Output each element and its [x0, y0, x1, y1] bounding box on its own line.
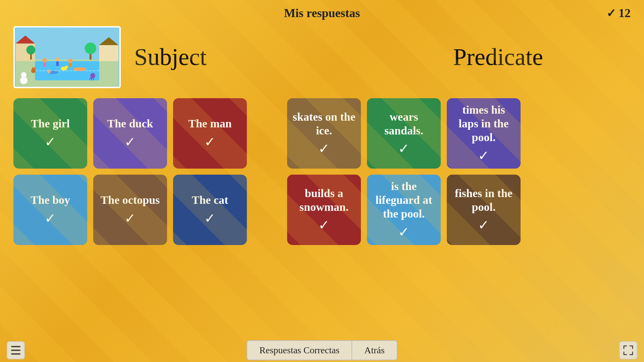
svg-point-14 [55, 57, 60, 61]
predicate-card-text-5: fishes in the pool. [452, 187, 515, 214]
svg-point-32 [47, 69, 51, 73]
subject-card-4[interactable]: The octopus ✓ [93, 175, 167, 245]
svg-point-20 [73, 67, 86, 71]
predicate-card-check-2: ✓ [478, 148, 489, 164]
header: Mis respuestas ✓ 12 [0, 0, 644, 26]
svg-point-19 [21, 72, 26, 78]
subject-cards-grid: The girl ✓ The duck ✓ The man ✓ The boy … [13, 98, 247, 245]
predicate-card-text-3: builds a snowman. [292, 187, 356, 214]
subject-card-check-2: ✓ [204, 134, 216, 150]
predicate-card-check-1: ✓ [398, 141, 410, 157]
predicate-card-2[interactable]: times his laps in the pool. ✓ [447, 98, 521, 169]
svg-rect-13 [43, 62, 46, 67]
top-section: Subject Predicate [13, 26, 631, 88]
svg-point-28 [31, 68, 36, 73]
subject-card-check-4: ✓ [124, 210, 136, 226]
menu-line-1 [11, 346, 20, 347]
subject-card-text-0: The girl [31, 117, 70, 131]
svg-point-16 [68, 59, 72, 63]
bottom-bar: Respuestas Correctas Atrás [0, 339, 644, 362]
svg-point-9 [85, 43, 96, 54]
subject-card-text-2: The man [188, 117, 231, 131]
subject-card-1[interactable]: The duck ✓ [93, 98, 167, 169]
subject-card-check-5: ✓ [204, 210, 216, 226]
predicate-card-check-5: ✓ [478, 217, 489, 233]
subject-card-check-0: ✓ [45, 134, 56, 150]
predicate-label: Predicate [366, 43, 631, 71]
predicate-card-5[interactable]: fishes in the pool. ✓ [447, 175, 521, 245]
predicate-card-text-4: is the lifeguard at the pool. [372, 180, 435, 221]
svg-point-12 [42, 58, 47, 62]
svg-point-11 [26, 46, 35, 55]
predicate-card-1[interactable]: wears sandals. ✓ [367, 98, 441, 169]
subject-card-check-1: ✓ [124, 134, 136, 150]
subject-card-text-5: The cat [192, 193, 228, 207]
subject-card-check-3: ✓ [45, 210, 56, 226]
menu-button[interactable] [7, 341, 25, 359]
predicate-card-3[interactable]: builds a snowman. ✓ [287, 175, 361, 245]
score-display: ✓ 12 [606, 6, 631, 20]
predicate-card-check-4: ✓ [398, 224, 410, 240]
page-title: Mis respuestas [284, 6, 360, 20]
menu-line-2 [11, 350, 20, 351]
subject-card-text-3: The boy [31, 193, 70, 207]
svg-rect-6 [99, 45, 118, 61]
predicate-card-text-2: times his laps in the pool. [452, 103, 515, 144]
subject-card-2[interactable]: The man ✓ [173, 98, 247, 169]
predicate-card-4[interactable]: is the lifeguard at the pool. ✓ [367, 175, 441, 245]
subject-card-0[interactable]: The girl ✓ [13, 98, 87, 169]
svg-rect-17 [69, 63, 72, 67]
predicate-card-check-0: ✓ [318, 141, 330, 157]
scene-image [13, 26, 121, 88]
svg-rect-15 [56, 61, 59, 66]
column-labels: Subject Predicate [134, 43, 631, 71]
subject-card-text-1: The duck [107, 117, 153, 131]
score-value: 12 [619, 6, 631, 20]
predicate-card-0[interactable]: skates on the ice. ✓ [287, 98, 361, 169]
respuestas-button[interactable]: Respuestas Correctas [247, 340, 352, 360]
subject-card-text-4: The octopus [101, 193, 160, 207]
subject-label: Subject [134, 43, 366, 71]
fullscreen-button[interactable] [619, 341, 637, 359]
predicate-cards-grid: skates on the ice. ✓ wears sandals. ✓ ti… [287, 98, 521, 245]
check-icon: ✓ [606, 6, 616, 20]
subject-card-5[interactable]: The cat ✓ [173, 175, 247, 245]
menu-line-3 [11, 353, 20, 355]
main-content: Subject Predicate The girl ✓ The duck ✓ … [0, 26, 644, 245]
svg-point-22 [65, 66, 68, 69]
subject-card-3[interactable]: The boy ✓ [13, 175, 87, 245]
predicate-card-text-0: skates on the ice. [292, 110, 356, 138]
predicate-card-check-3: ✓ [318, 217, 330, 233]
atras-button[interactable]: Atrás [352, 340, 397, 360]
predicate-card-text-1: wears sandals. [372, 110, 435, 138]
cards-area: The girl ✓ The duck ✓ The man ✓ The boy … [13, 98, 631, 245]
